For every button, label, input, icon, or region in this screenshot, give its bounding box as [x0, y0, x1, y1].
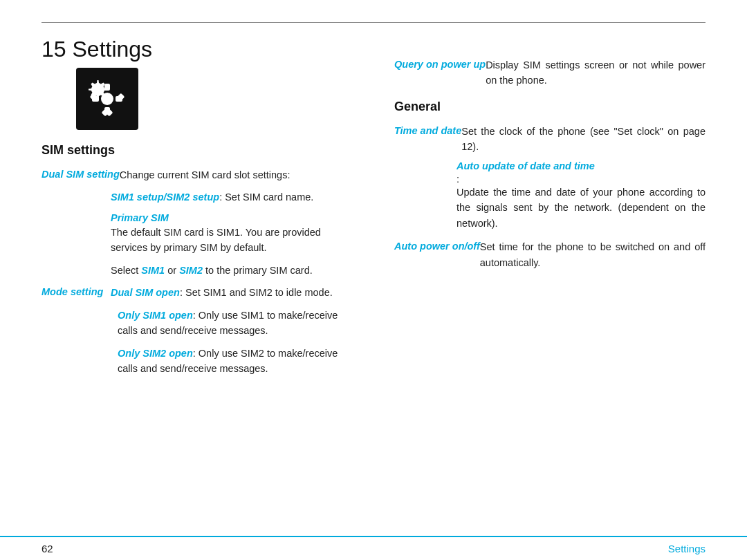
- only-sim1-text: Only SIM1 open: Only use SIM1 to make/re…: [118, 310, 338, 336]
- page: 15 Settings: [0, 0, 747, 560]
- sim-setup-text: SIM1 setup/SIM2 setup: Set SIM card name…: [111, 192, 313, 203]
- content-area: 15 Settings: [0, 23, 747, 536]
- page-title: 15 Settings: [42, 37, 353, 62]
- only-sim2-link: Only SIM2 open: [118, 348, 193, 359]
- query-power-def: Display SIM settings screen or not while…: [486, 57, 706, 88]
- svg-rect-2: [104, 84, 110, 91]
- sim2-link: SIM2: [179, 265, 203, 276]
- time-date-entry: Time and date Set the clock of the phone…: [394, 124, 706, 155]
- select-sim-text: Select SIM1 or SIM2 to the primary SIM c…: [111, 265, 313, 276]
- auto-power-def: Set time for the phone to be switched on…: [480, 239, 706, 270]
- dual-sim-def: Change current SIM card slot settings:: [120, 167, 353, 183]
- dual-sim-term: Dual SIM setting: [42, 167, 120, 183]
- query-power-term: Query on power up: [394, 57, 486, 73]
- settings-icon-box: [76, 68, 138, 130]
- auto-power-entry: Auto power on/off Set time for the phone…: [394, 239, 706, 270]
- svg-point-1: [101, 93, 113, 105]
- general-heading: General: [394, 100, 706, 114]
- left-column: 15 Settings: [42, 23, 374, 536]
- sim1-link: SIM1: [141, 265, 165, 276]
- general-section: General Time and date Set the clock of t…: [394, 100, 706, 270]
- mode-setting-entry: Mode setting Dual SIM open: Set SIM1 and…: [42, 285, 353, 300]
- footer-bar: 62 Settings: [0, 536, 747, 560]
- time-date-def: Set the clock of the phone (see "Set clo…: [461, 124, 706, 155]
- dual-sim-entry: Dual SIM setting Change current SIM card…: [42, 167, 353, 183]
- page-number: 62: [42, 543, 53, 554]
- gear-icon: [87, 79, 127, 119]
- auto-update-body: Update the time and date of your phone a…: [456, 185, 706, 231]
- time-date-term: Time and date: [394, 124, 461, 139]
- query-power-entry: Query on power up Display SIM settings s…: [394, 57, 706, 88]
- sim-settings-heading: SIM settings: [42, 143, 353, 158]
- auto-update-label: Auto update of date and time: [456, 160, 706, 171]
- primary-sim-body: The default SIM card is SIM1. You are pr…: [111, 227, 321, 253]
- footer-section-label: Settings: [668, 543, 706, 554]
- auto-power-term: Auto power on/off: [394, 239, 480, 254]
- primary-sim-sub: Primary SIM The default SIM card is SIM1…: [111, 212, 353, 256]
- primary-sim-label: Primary SIM: [111, 212, 353, 223]
- only-sim2-text: Only SIM2 open: Only use SIM2 to make/re…: [118, 348, 338, 374]
- only-sim2-sub: Only SIM2 open: Only use SIM2 to make/re…: [118, 346, 353, 377]
- mode-setting-term: Mode setting: [42, 285, 111, 300]
- mode-setting-def: Dual SIM open: Set SIM1 and SIM2 to idle…: [111, 285, 353, 300]
- sim-setup-sub: SIM1 setup/SIM2 setup: Set SIM card name…: [111, 189, 353, 205]
- sim2-setup-link: SIM2 setup: [167, 192, 220, 203]
- auto-update-sub: Auto update of date and time: Update the…: [456, 160, 706, 231]
- sim-setup-suffix: : Set SIM card name.: [219, 192, 313, 203]
- right-column: Query on power up Display SIM settings s…: [374, 23, 706, 536]
- dual-sim-open-link: Dual SIM open: [111, 287, 180, 298]
- select-sim-sub: Select SIM1 or SIM2 to the primary SIM c…: [111, 263, 353, 278]
- only-sim1-link: Only SIM1 open: [118, 310, 193, 321]
- only-sim1-sub: Only SIM1 open: Only use SIM1 to make/re…: [118, 308, 353, 339]
- sim1-setup-link: SIM1 setup: [111, 192, 164, 203]
